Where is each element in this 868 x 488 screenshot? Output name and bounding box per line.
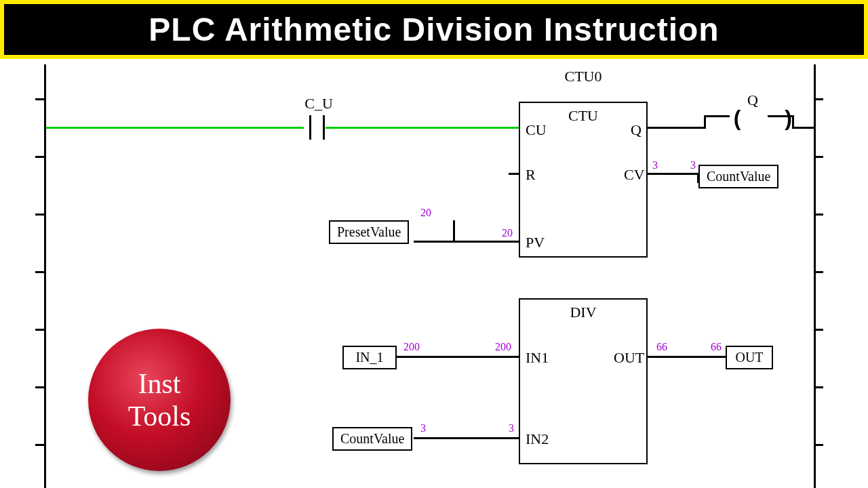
wire — [509, 173, 519, 175]
wire — [648, 127, 705, 129]
in2-v2: 3 — [509, 422, 514, 434]
cv-val-near: 3 — [652, 159, 658, 171]
wire — [453, 220, 455, 243]
pin-cv: CV — [624, 166, 645, 184]
pin-q: Q — [631, 121, 642, 139]
wire — [414, 241, 454, 243]
wire — [704, 115, 730, 117]
pv-val-1: 20 — [420, 207, 431, 219]
inst-tools-logo: Inst Tools — [88, 329, 231, 471]
in2-v1: 3 — [420, 422, 426, 434]
wire — [414, 437, 519, 439]
in1-tag: IN_1 — [342, 346, 397, 369]
rail-tick — [814, 444, 823, 446]
wire — [648, 356, 726, 358]
rail-tick — [35, 444, 45, 446]
rail-tick — [35, 271, 45, 273]
out-v1: 66 — [656, 341, 667, 353]
pin-r: R — [526, 166, 536, 184]
rail-tick — [814, 386, 823, 388]
presetvalue-tag: PresetValue — [329, 220, 409, 244]
pv-val-2: 20 — [502, 227, 513, 239]
pin-cu: CU — [526, 121, 547, 139]
rail-tick — [35, 386, 45, 388]
pin-in1: IN1 — [526, 349, 549, 367]
in2-tag: CountValue — [332, 427, 412, 451]
wire — [648, 173, 698, 175]
rail-tick — [814, 329, 823, 331]
rail-tick — [814, 271, 823, 273]
wire — [704, 115, 706, 129]
cv-val-far: 3 — [690, 159, 696, 171]
rail-tick — [35, 98, 45, 100]
in1-v1: 200 — [403, 341, 420, 353]
pin-pv: PV — [526, 234, 545, 251]
block-type: DIV — [520, 304, 646, 321]
wire — [792, 127, 815, 129]
rail-tick — [35, 214, 45, 216]
rail-tick — [35, 329, 45, 331]
countvalue-tag: CountValue — [698, 165, 778, 188]
out-v2: 66 — [711, 341, 722, 353]
wire — [453, 241, 519, 243]
pin-out: OUT — [614, 349, 644, 367]
out-tag: OUT — [726, 346, 773, 369]
logo-l1: Inst — [138, 367, 181, 400]
in1-v2: 200 — [495, 341, 511, 353]
wire — [46, 127, 304, 129]
rail-tick — [814, 156, 823, 158]
logo-l2: Tools — [128, 400, 191, 432]
block-instance: CTU0 — [519, 68, 648, 85]
ladder-canvas: C_U CTU CTU0 CU R PV Q CV ( ) Q 3 3 Coun… — [0, 64, 868, 488]
rail-tick — [814, 214, 823, 216]
rail-tick — [814, 98, 823, 100]
contact-label: C_U — [292, 95, 346, 113]
pin-in2: IN2 — [526, 430, 549, 448]
rail-tick — [35, 156, 45, 158]
wire — [326, 127, 519, 129]
page-title: PLC Arithmetic Division Instruction — [0, 0, 868, 59]
coil-label: Q — [726, 92, 780, 109]
wire — [768, 115, 793, 117]
wire — [397, 356, 519, 358]
